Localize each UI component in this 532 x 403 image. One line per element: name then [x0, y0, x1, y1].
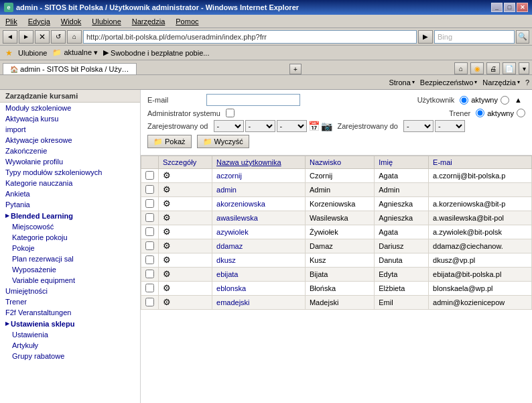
menu-widok[interactable]: Widok	[58, 17, 84, 26]
username-link-6[interactable]: dkusz	[216, 256, 236, 264]
sidebar-item-trener[interactable]: Trener	[0, 296, 140, 307]
favorites-label[interactable]: Ulubione	[18, 49, 47, 57]
gear-icon-8[interactable]: ⚙	[163, 283, 174, 294]
row-checkbox-9[interactable]	[145, 298, 154, 306]
row-checkbox-6[interactable]	[145, 255, 154, 264]
sidebar-item-import[interactable]: import	[0, 124, 140, 135]
th-szczegoly[interactable]: Szczegóły	[159, 156, 212, 169]
forward-button[interactable]: ►	[19, 30, 34, 44]
sidebar-item-ankieta[interactable]: Ankieta	[0, 188, 140, 199]
stop-button[interactable]: ✕	[35, 30, 50, 44]
favorites-swobodne[interactable]: ▶ Swobodne i bezpłatne pobie...	[103, 48, 209, 57]
sidebar-item-zakonczenie[interactable]: Zakończenie	[0, 146, 140, 156]
th-email[interactable]: E-mai	[429, 156, 532, 169]
close-button[interactable]: ✕	[517, 3, 528, 12]
sidebar-item-aktywacja[interactable]: Aktywacja kursu	[0, 113, 140, 124]
th-username[interactable]: Nazwa użytkownika	[212, 156, 306, 169]
date-from-year[interactable]: -	[277, 120, 307, 132]
gear-icon-1[interactable]: ⚙	[163, 184, 174, 195]
row-checkbox-8[interactable]	[145, 284, 154, 292]
th-firstname-link[interactable]: Imię	[379, 158, 393, 166]
sidebar-item-ustawienia-sklepu[interactable]: ▸ Ustawienia sklepu	[0, 318, 140, 329]
cmd-narzedzia[interactable]: Narzędzia ▾	[482, 78, 520, 87]
clear-button[interactable]: 📁 Wyczyść	[197, 135, 249, 148]
row-checkbox-7[interactable]	[145, 270, 154, 278]
calendar-from-icon[interactable]: 📅	[308, 121, 320, 131]
th-lastname-link[interactable]: Nazwisko	[310, 158, 341, 166]
tab-new-button[interactable]: +	[289, 64, 302, 74]
gear-icon-5[interactable]: ⚙	[163, 241, 174, 251]
print-icon[interactable]: 🖨	[486, 62, 500, 74]
menu-edycja[interactable]: Edycja	[25, 17, 53, 26]
tab-controls[interactable]: +	[289, 64, 302, 74]
sidebar-item-moduly[interactable]: Moduły szkoleniowe	[0, 103, 140, 113]
username-link-4[interactable]: azywiolek	[216, 228, 249, 236]
sidebar-item-umiejetnosci[interactable]: Umiejętności	[0, 286, 140, 296]
trener-radio-aktywny[interactable]	[476, 109, 484, 117]
page-dropdown[interactable]: ▾	[519, 62, 529, 74]
sidebar-item-plan[interactable]: Plan rezerwacji sal	[0, 253, 140, 264]
username-link-2[interactable]: akorzeniowska	[216, 200, 265, 208]
gear-icon-9[interactable]: ⚙	[163, 297, 174, 308]
show-button[interactable]: 📁 Pokaż	[147, 135, 192, 148]
gear-icon-4[interactable]: ⚙	[163, 227, 174, 237]
cmd-bezpieczenstwo[interactable]: Bezpieczeństwo ▾	[420, 78, 478, 87]
email-input[interactable]	[206, 94, 300, 106]
camera-from-icon[interactable]: 📷	[321, 121, 332, 131]
sidebar-item-grupy[interactable]: Grupy rabatowe	[0, 351, 140, 361]
username-link-1[interactable]: admin	[216, 186, 237, 194]
trener-radio-other[interactable]	[517, 109, 525, 117]
row-checkbox-4[interactable]	[145, 227, 154, 236]
row-checkbox-3[interactable]	[145, 213, 154, 222]
sidebar-item-wywolanie[interactable]: Wywołanie profilu	[0, 156, 140, 167]
sidebar-item-variable[interactable]: Variable equipment	[0, 275, 140, 286]
sidebar-item-typy[interactable]: Typy modułów szkoleniowych	[0, 167, 140, 178]
username-link-3[interactable]: awasilewska	[216, 214, 258, 222]
admin-checkbox[interactable]	[226, 109, 235, 117]
date-from-month[interactable]: -	[245, 120, 275, 132]
sidebar-item-kategorie[interactable]: Kategorie nauczania	[0, 178, 140, 188]
sidebar-item-aktywacje[interactable]: Aktywacje okresowe	[0, 135, 140, 146]
sidebar-item-ustawienia[interactable]: Ustawienia	[0, 329, 140, 340]
cmd-help[interactable]: ?	[525, 78, 529, 87]
gear-icon-3[interactable]: ⚙	[163, 213, 174, 223]
rss-icon[interactable]: ◉	[470, 62, 484, 74]
username-link-5[interactable]: ddamaz	[216, 242, 243, 250]
tab-admin[interactable]: 🏠 admin - SITOS bit Polska / Użytkownik …	[3, 63, 137, 74]
back-button[interactable]: ◄	[3, 30, 17, 44]
sidebar-item-kategorie-pokoju[interactable]: Kategorie pokoju	[0, 232, 140, 243]
sidebar-item-blended[interactable]: ▸ Blended Learning	[0, 210, 140, 221]
menu-ulubione[interactable]: Ulubione	[89, 17, 123, 26]
date-from-day[interactable]: -	[214, 120, 244, 132]
menu-narzedzia[interactable]: Narzędzia	[129, 17, 168, 26]
search-icon[interactable]: 🔍	[516, 30, 529, 44]
gear-icon-2[interactable]: ⚙	[163, 198, 174, 209]
go-button[interactable]: ▶	[418, 30, 433, 44]
gear-icon-0[interactable]: ⚙	[163, 170, 174, 181]
gear-icon-7[interactable]: ⚙	[163, 269, 174, 280]
th-email-link[interactable]: E-mai	[433, 158, 452, 166]
search-bar[interactable]: Bing	[434, 30, 515, 44]
minimize-button[interactable]: _	[491, 3, 503, 12]
username-link-0[interactable]: aczornij	[216, 172, 242, 180]
row-checkbox-1[interactable]	[145, 185, 154, 194]
th-firstname[interactable]: Imię	[375, 156, 429, 169]
home-button[interactable]: ⌂	[67, 30, 82, 44]
maximize-button[interactable]: □	[504, 3, 515, 12]
page-icon[interactable]: 📄	[503, 62, 516, 74]
date-to-month[interactable]: -	[435, 120, 465, 132]
sidebar-item-miejscowosc[interactable]: Miejscowość	[0, 221, 140, 232]
cmd-strona[interactable]: Strona ▾	[389, 78, 414, 87]
uzytkownik-radio-other[interactable]	[501, 96, 509, 105]
address-bar[interactable]: http://portal.bit-polska.pl/demo/useradm…	[83, 30, 417, 44]
uzytkownik-radio-aktywny[interactable]	[460, 96, 468, 105]
username-link-7[interactable]: ebijata	[216, 270, 238, 278]
username-link-9[interactable]: emadejski	[216, 298, 250, 306]
window-controls[interactable]: _ □ ✕	[491, 3, 528, 12]
row-checkbox-5[interactable]	[145, 241, 154, 250]
row-checkbox-2[interactable]	[145, 199, 154, 208]
sidebar-item-pytania[interactable]: Pytania	[0, 199, 140, 210]
th-lastname[interactable]: Nazwisko	[305, 156, 374, 169]
menu-pomoc[interactable]: Pomoc	[173, 17, 201, 26]
home-nav-icon[interactable]: ⌂	[454, 62, 468, 74]
